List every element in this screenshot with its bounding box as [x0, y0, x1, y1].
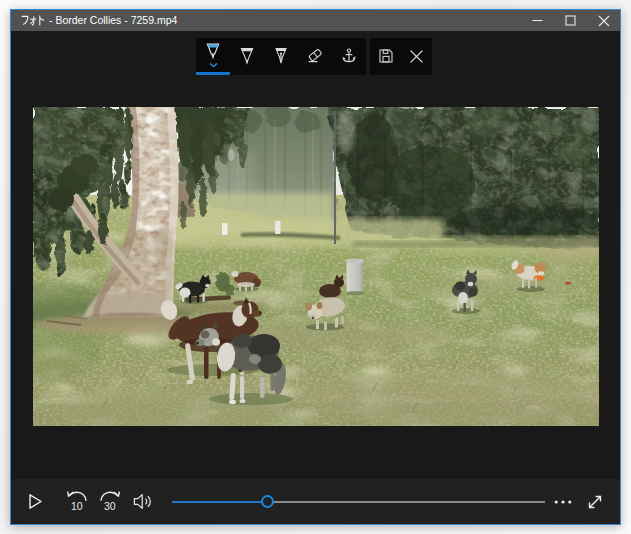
svg-text:10: 10 — [71, 500, 83, 512]
svg-text:30: 30 — [104, 500, 116, 512]
